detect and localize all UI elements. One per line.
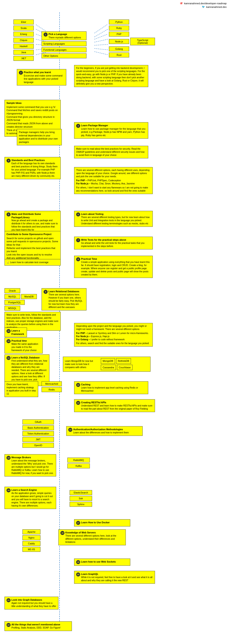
step14-box: 14 Authentication/Authorization Methodol… [66, 426, 143, 436]
left-languages: Elixir Scala Erlang Clojure Haskell Java… [14, 20, 34, 61]
se-sphinx: Sphinx [70, 502, 92, 507]
step2-advice: For the beginners, if you are just getti… [74, 65, 148, 87]
sample-item-1: Implement some command that you use e.g … [7, 106, 59, 109]
auth-basic: Basic Authentication [23, 425, 54, 430]
step20-box: 20 Learn GraphQL While it is not require… [74, 571, 155, 584]
caching-tools: Memcached Redis [42, 381, 62, 392]
step6-box: 6 Learn about Testing There are several … [74, 211, 153, 227]
other-options: Other Options [42, 54, 87, 58]
db-postgresql: PostgreSQL [5, 300, 25, 305]
db-left-boxes: Oracle MySQL MariaDB PostgreSQL MSSQL [5, 288, 37, 311]
step5-circle: 5 [7, 212, 11, 216]
lang-haskell: Haskell [14, 44, 34, 49]
svg-line-13 [94, 48, 108, 50]
test-coverage-note: 💡 Learn how to calculate test coverage [5, 259, 61, 266]
web-server-options: Apache Nginx Caddy MS IIS [23, 530, 41, 552]
server-apache: Apache [23, 530, 41, 534]
server-nginx: Nginx [23, 535, 41, 540]
lang-java: Java [14, 50, 34, 55]
lang-dotnet: .NET [14, 56, 34, 61]
step15-box: 15 Message Brokers Learn about the messa… [5, 454, 56, 476]
step17-box: 17 Learn How to Use Docker [74, 519, 130, 526]
step9-box: 9 Learn Relational Databases There are s… [42, 288, 87, 310]
lang-clojure: Clojure [14, 38, 34, 42]
step7-circle: 7 [76, 238, 80, 242]
sample-item-2: Command that fetches and saves reddit po… [7, 108, 59, 115]
step10-circle: 10 [7, 329, 11, 333]
db-mssql: MSSQL [5, 306, 20, 311]
message-broker-tools: RabbitMQ Kafka [67, 458, 90, 468]
step22-box: 22 All the things that weren't mentioned… [5, 621, 72, 631]
step12-circle: 12 [76, 383, 80, 387]
lang-elixir: Elixir [14, 20, 34, 24]
lang-nodejs: Node.js [109, 39, 129, 44]
db-cassandra: Cassandra [101, 365, 116, 370]
github-icon: 🐙 [180, 2, 183, 5]
lang-php: PHP [109, 32, 129, 36]
sample-item-3: Command that gives you directory structu… [7, 115, 59, 122]
step12-box: 12 Caching Learn how to implement app le… [74, 381, 148, 394]
step21-box: 21 Look into Graph Databases Again not r… [5, 597, 58, 610]
db-mongodb: MongoDB [101, 358, 115, 364]
step11-circle: 11 [7, 356, 11, 360]
svg-line-8 [94, 24, 108, 33]
right-languages: Python Ruby PHP Node.js TypeScript (Opti… [109, 20, 155, 58]
step21-circle: 21 [7, 598, 11, 602]
db-couchbase: Couchbase [117, 365, 133, 370]
step9-circle: 9 [44, 290, 48, 294]
step4-box: 4 Standards and Best Practices Each of t… [5, 157, 61, 179]
testing-frameworks-box: There are several different options, eac… [74, 167, 153, 194]
github-link[interactable]: 🐙 kamranahmed.dev/developer-roadmap [180, 2, 227, 5]
auth-token: Token Authentication [23, 431, 54, 436]
step4-circle: 4 [7, 158, 11, 163]
svg-line-10 [94, 34, 108, 39]
lang-ruby: Ruby [109, 26, 129, 30]
twitter-icon: 🐦 [202, 6, 205, 8]
opensource-box: Contribute to Some Opensource Project Se… [5, 231, 61, 261]
auth-jwt: JWT [23, 437, 54, 442]
step10b-circle: 10 [7, 339, 11, 343]
center-lang-categories: 1 Pick a Language There myriads differen… [42, 32, 87, 58]
twitter-link[interactable]: 🐦 kamranahmed.dev [180, 6, 227, 8]
step19-circle: 19 [76, 560, 80, 564]
lang-rust: Rust [109, 52, 129, 58]
lang-erlang: Erlang [14, 32, 34, 36]
step15-circle: 15 [7, 456, 11, 460]
step2-circle: 2 [19, 71, 23, 75]
step5-box: 5 Make and Distribute Some Package/Libra… [5, 211, 61, 233]
tool-memcached: Memcached [42, 381, 62, 386]
step7-box: 7 Write Tests for the practical steps ab… [74, 237, 153, 250]
step18-circle: 18 [60, 531, 65, 535]
step13-circle: 13 [76, 401, 80, 405]
svg-line-12 [94, 44, 108, 45]
auth-openid: OpenID [23, 443, 54, 448]
step14-circle: 14 [68, 428, 72, 432]
lang-typescript: TypeScript (Optional) [130, 38, 155, 45]
scripting-languages: Scripting Languages [42, 41, 87, 46]
nodejs-row: Node.js TypeScript (Optional) [109, 38, 155, 45]
auth-oauth: OAuth [23, 420, 54, 424]
svg-line-11 [94, 39, 108, 42]
pkg-manager-note: Package managers help you bring external… [17, 129, 62, 145]
tool-rabbitmq: RabbitMQ [67, 458, 90, 462]
step16-box: 16 Learn a Search Engine As the applicat… [5, 487, 56, 509]
step19-box: 19 Learn how to use Web Sockets [74, 558, 130, 566]
svg-line-9 [94, 29, 108, 37]
framework-options: Depending upon the project and the langu… [74, 323, 153, 346]
step13-box: 13 Creating RESTful APIs Understand REST… [74, 399, 155, 412]
db-mysql: MySQL [5, 294, 20, 299]
step8-circle: 8 [76, 257, 80, 261]
step20-circle: 20 [76, 572, 80, 576]
step10-label: 10 Learn a Framework [5, 328, 27, 337]
step1-circle: 1 [44, 32, 48, 36]
step3-box: 3 Learn Package Manager Learn how to use… [74, 122, 148, 138]
functional-languages: Functional Languages [42, 47, 87, 52]
nosql-options: Learn MongoDB for now but make sure to l… [63, 357, 150, 372]
step6-circle: 6 [76, 212, 80, 216]
lang-golang: Golang [109, 46, 129, 51]
header: 🐙 kamranahmed.dev/developer-roadmap 🐦 ka… [180, 2, 227, 8]
db-rethinkdb: RethinkDB [116, 358, 131, 364]
se-elasticsearch: ElasticSearch [70, 490, 92, 495]
step10-practical: 10 Practical time Make the same applicat… [5, 338, 43, 354]
mysql-mariadb-row: MySQL MariaDB [5, 294, 37, 299]
